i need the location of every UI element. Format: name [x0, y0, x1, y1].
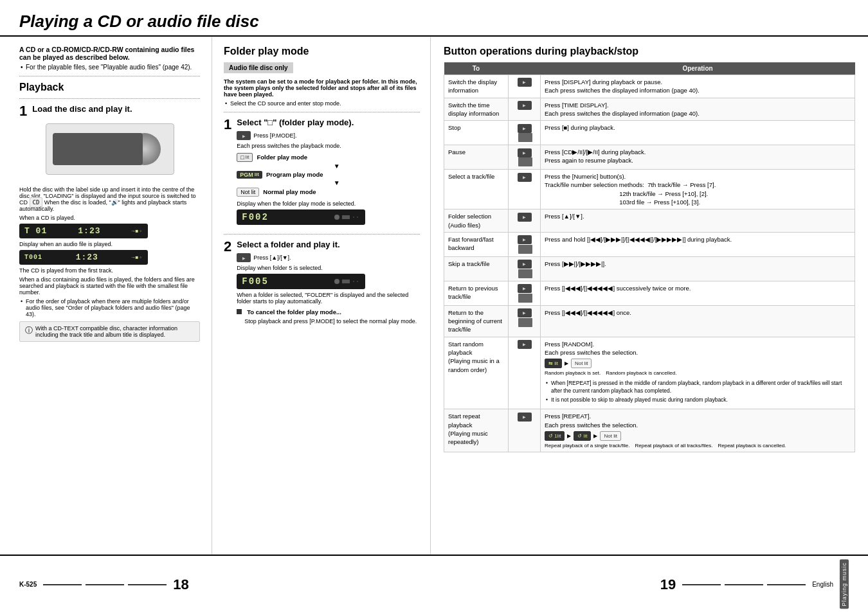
row-icon-skip	[509, 256, 541, 281]
mode-row-3: Not lit Normal play mode	[237, 188, 420, 197]
folder-bullet1: Select the CD source and enter stop mode…	[230, 100, 420, 107]
footer-line-right3	[767, 584, 806, 585]
sidebar-playing-music: Playing music	[840, 560, 849, 609]
random-notlit-desc: Random playback is cancelled.	[606, 369, 676, 377]
folder-icon: □	[240, 154, 244, 161]
folder-display-right-2: ◦◦	[334, 279, 360, 284]
device-icon-beg2	[518, 318, 532, 327]
note-box: ⓘ With a CD-TEXT compatible disc, charac…	[19, 321, 200, 342]
folder-lit-label: lit	[246, 154, 249, 160]
folder-display-f002: F002 ◦◦	[237, 209, 365, 225]
cd-display-text: T 01	[24, 226, 47, 236]
table-header-operation: Operation	[541, 62, 855, 75]
table-row: Return to previous track/file Press [|◀◀…	[444, 281, 855, 305]
device-icon-repeat	[518, 413, 532, 422]
notlit-icon: Not lit	[240, 189, 255, 195]
table-row: Start random playback(Playing music in a…	[444, 337, 855, 409]
page-header: Playing a CD or audio file disc	[0, 0, 868, 37]
table-header-to: To	[444, 62, 509, 75]
folder-step1-number: 1	[224, 118, 231, 132]
row-op-beg: Press [|◀◀◀]/[|◀◀◀◀◀] once.	[541, 305, 855, 337]
folder-indicator-circle-2	[334, 279, 339, 284]
random-note1: When [REPEAT] is pressed in the middle o…	[551, 380, 851, 395]
note-text: With a CD-TEXT compatible disc, characte…	[35, 325, 177, 338]
random-desc-row: Random playback is set. Random playback …	[545, 369, 851, 377]
notlit-mode-label: Normal play mode	[263, 188, 316, 195]
step1-sub: Each press switches the playback mode.	[237, 143, 420, 149]
square-bullet-icon	[237, 309, 242, 314]
row-icon-pause	[509, 145, 541, 170]
table-row: Folder selection (Audio files) Press [▲]…	[444, 209, 855, 233]
step2-sub: Display when folder 5 is selected.	[237, 265, 420, 271]
random-indicator-row: ⇆ lit ▶ Not lit	[545, 359, 851, 368]
table-row: Switch the display information Press [DI…	[444, 75, 855, 98]
cd-device-image	[46, 123, 174, 181]
footer-left: K-525 18	[19, 576, 189, 593]
row-to-time-display: Switch the time display information	[444, 98, 509, 121]
left-intro-bold: A CD or a CD-ROM/CD-R/CD-RW containing a…	[19, 46, 200, 61]
device-icon-1	[237, 131, 251, 140]
row-op-pause: Press [CD▶/II]/[▶/II] during playback.Pr…	[541, 145, 855, 170]
random-lit-desc: Random playback is set.	[545, 369, 601, 377]
audio-display-panel: T001 1:23 →■◦	[19, 250, 148, 265]
cd-body-detail	[53, 133, 143, 165]
cd-display-indicators: →■◦	[132, 228, 143, 234]
device-icon-ff	[518, 235, 532, 244]
cancel-text: Stop playback and press [P.MODE] to sele…	[244, 318, 420, 324]
audio-file-disc-label: Audio file disc only	[224, 62, 293, 73]
footer-line-left	[43, 584, 82, 585]
row-to-folder-sel: Folder selection (Audio files)	[444, 209, 509, 233]
cd-icon: CD	[30, 197, 43, 208]
ops-section-title: Button operations during playback/stop	[444, 46, 855, 57]
row-to-prev: Return to previous track/file	[444, 281, 509, 305]
folder-display-right-1: ◦◦	[334, 215, 360, 220]
footer-right: 19 English Playing music	[660, 560, 849, 609]
device-icon-2	[237, 253, 251, 262]
row-to-repeat: Start repeat playback(Playing music repe…	[444, 409, 509, 452]
row-icon-beg	[509, 305, 541, 337]
device-icon-prev2	[518, 294, 532, 303]
table-row: Start repeat playback(Playing music repe…	[444, 409, 855, 452]
folder-step1-content: Select "□" (folder play mode). Press [P.…	[237, 118, 420, 227]
random-lit-box: ⇆ lit	[545, 359, 562, 368]
step1-title: Load the disc and play it.	[32, 104, 132, 115]
row-to-select-track: Select a track/file	[444, 170, 509, 209]
row-op-stop: Press [■] during playback.	[541, 121, 855, 145]
footer-line-left2	[86, 584, 124, 585]
table-header-row: To Operation	[444, 62, 855, 75]
step1-number: 1	[19, 104, 27, 118]
device-icon-fs	[518, 213, 532, 222]
row-op-folder-sel: Press [▲]/[▼].	[541, 209, 855, 233]
left-page-number: 18	[173, 576, 188, 593]
table-header-icon	[509, 62, 541, 75]
repeat-notlit-box: Not lit	[600, 431, 620, 441]
device-icon-pause2	[518, 157, 532, 166]
row-op-skip: Press [▶▶|]/[▶▶▶▶|].	[541, 256, 855, 281]
operations-table: To Operation Switch the display informat…	[444, 62, 855, 452]
folder-display-f005: F005 ◦◦	[237, 274, 365, 289]
row-icon-time-display	[509, 98, 541, 121]
cancel-header: To cancel the folder play mode...	[237, 308, 420, 315]
row-op-select-track: Press the [Numeric] button(s).Track/file…	[541, 170, 855, 209]
folder-step1-press: Press [P.MODE].	[237, 131, 420, 140]
mode-note: Display when the folder play mode is sel…	[237, 200, 420, 207]
cd-display-panel: T 01 1:23 →■◦	[19, 224, 148, 238]
cancel-section: To cancel the folder play mode... Stop p…	[237, 308, 420, 324]
repeat-arrow2: ▶	[593, 432, 597, 440]
row-to-pause: Pause	[444, 145, 509, 170]
device-icon-stop2	[518, 133, 532, 142]
folder-step2: 2 Select a folder and play it. Press [▲]…	[224, 240, 420, 326]
table-row: Switch the time display information Pres…	[444, 98, 855, 121]
row-icon-prev	[509, 281, 541, 305]
repeat-1lit-box: ↺ 1lit	[545, 431, 565, 441]
device-icon-skip	[518, 260, 532, 269]
model-number: K-525	[19, 581, 37, 588]
pgm-mode-label: Program play mode	[266, 171, 323, 178]
arrow-down-1: ▼	[334, 163, 340, 170]
right-column: Button operations during playback/stop T…	[431, 37, 868, 555]
repeat-arrow1: ▶	[567, 432, 571, 440]
note-icon: ⓘ	[25, 325, 33, 336]
order-bullet: For the order of playback when there are…	[26, 298, 200, 317]
footer-line-left3	[128, 584, 167, 585]
cd-device-body	[46, 123, 174, 175]
